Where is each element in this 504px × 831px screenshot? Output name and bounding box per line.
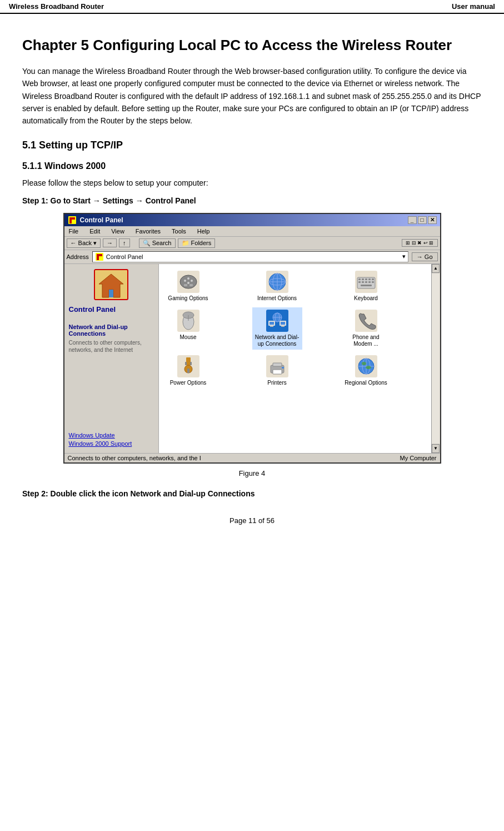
toolbar-extra[interactable]: ⊞ ⊟ ✖ ↩ ⊞ xyxy=(402,239,437,247)
step1-text: Step 1: Go to Start → Settings → Control… xyxy=(22,195,482,207)
chapter-title: Chapter 5 Configuring Local PC to Access… xyxy=(22,36,482,55)
sidebar-title: Control Panel xyxy=(69,305,154,314)
internet-options-img xyxy=(266,271,288,293)
control-panel-window: Control Panel _ □ ✕ File Edit View Favor… xyxy=(63,213,441,464)
svg-rect-30 xyxy=(372,278,374,280)
menu-edit[interactable]: Edit xyxy=(87,227,102,235)
windows-update-link[interactable]: Windows Update xyxy=(69,432,154,439)
keyboard-icon[interactable]: Keyboard xyxy=(341,268,391,304)
svg-point-13 xyxy=(187,277,189,280)
svg-rect-6 xyxy=(97,254,102,256)
keyboard-img xyxy=(355,271,377,293)
gaming-svg xyxy=(177,271,199,293)
phone-modem-label: Phone and Modem ... xyxy=(343,334,389,347)
sidebar-bottom-links: Windows Update Windows 2000 Support xyxy=(69,432,154,449)
svg-rect-43 xyxy=(270,322,274,325)
printers-icon[interactable]: Printers xyxy=(252,353,302,389)
mouse-svg xyxy=(177,310,199,332)
go-button[interactable]: → Go xyxy=(412,252,438,261)
gaming-options-icon[interactable]: Gaming Options xyxy=(163,268,213,304)
scroll-down-btn[interactable]: ▼ xyxy=(432,444,440,453)
address-dropdown[interactable]: ▾ xyxy=(402,253,406,260)
cp-close-btn[interactable]: ✕ xyxy=(428,216,437,224)
svg-rect-47 xyxy=(281,326,285,327)
menu-file[interactable]: File xyxy=(67,227,81,235)
up-button[interactable]: ↑ xyxy=(119,238,130,247)
back-button[interactable]: ← Back ▾ xyxy=(67,238,101,248)
svg-rect-17 xyxy=(189,284,193,286)
svg-rect-46 xyxy=(281,322,285,325)
header-left: Wireless Broadband Router xyxy=(9,2,104,11)
svg-rect-32 xyxy=(362,281,364,283)
svg-rect-1 xyxy=(69,220,72,223)
svg-rect-2 xyxy=(69,217,75,220)
regional-options-icon[interactable]: Regional Options xyxy=(341,353,391,389)
power-svg xyxy=(177,355,199,377)
statusbar-right: My Computer xyxy=(400,455,436,461)
svg-rect-57 xyxy=(190,362,192,365)
menu-tools[interactable]: Tools xyxy=(169,227,188,235)
step2-text: Step 2: Double click the icon Network an… xyxy=(22,487,482,500)
cp-menubar: File Edit View Favorites Tools Help xyxy=(64,226,440,237)
menu-view[interactable]: View xyxy=(109,227,127,235)
svg-rect-44 xyxy=(270,326,273,327)
page-header: Wireless Broadband Router User manual xyxy=(0,0,504,14)
network-dialup-label: Network and Dial-up Connections xyxy=(255,334,300,347)
internet-options-icon[interactable]: Internet Options xyxy=(252,268,302,304)
printers-img xyxy=(266,355,288,377)
cp-icons-area: Gaming Options Internet xyxy=(159,264,431,453)
network-link-label[interactable]: Network and Dial-up Connections xyxy=(69,324,154,337)
network-svg xyxy=(266,310,288,332)
power-options-icon[interactable]: Power Options xyxy=(163,353,213,389)
svg-point-12 xyxy=(184,280,186,282)
svg-rect-56 xyxy=(185,362,187,365)
cp-scrollbar[interactable]: ▲ ▼ xyxy=(431,264,440,453)
search-button[interactable]: 🔍 Search xyxy=(139,238,176,248)
cp-titlebar-buttons: _ □ ✕ xyxy=(408,216,437,224)
regional-options-label: Regional Options xyxy=(345,380,387,386)
scroll-track[interactable] xyxy=(432,273,440,444)
svg-rect-55 xyxy=(187,369,189,373)
svg-rect-28 xyxy=(365,278,367,280)
cp-sidebar: Control Panel Network and Dial-up Connec… xyxy=(64,264,159,453)
keyboard-svg xyxy=(355,271,377,293)
address-field[interactable]: Control Panel ▾ xyxy=(92,251,408,262)
svg-rect-31 xyxy=(358,281,361,283)
svg-rect-61 xyxy=(273,370,282,374)
svg-rect-29 xyxy=(368,278,371,280)
svg-point-14 xyxy=(191,280,193,282)
cp-minimize-btn[interactable]: _ xyxy=(408,216,417,224)
subsection-title: 5.1.1 Windows 2000 xyxy=(22,161,482,171)
address-icon xyxy=(95,252,104,261)
cp-maximize-btn[interactable]: □ xyxy=(418,216,427,224)
cp-titlebar-title: Control Panel xyxy=(68,216,123,225)
svg-rect-34 xyxy=(368,281,371,283)
menu-help[interactable]: Help xyxy=(195,227,212,235)
cp-body: Control Panel Network and Dial-up Connec… xyxy=(64,264,440,453)
forward-button[interactable]: → xyxy=(103,238,117,247)
svg-point-68 xyxy=(362,362,366,365)
address-value: Control Panel xyxy=(106,253,143,260)
sidebar-links: Network and Dial-up Connections Connects… xyxy=(69,324,154,358)
chapter-body: You can manage the Wireless Broadband Ro… xyxy=(22,65,482,127)
internet-svg xyxy=(266,271,288,293)
folders-button[interactable]: 📁 Folders xyxy=(178,238,216,248)
svg-rect-36 xyxy=(361,285,372,286)
keyboard-label: Keyboard xyxy=(354,295,378,302)
mouse-icon[interactable]: Mouse xyxy=(163,307,213,350)
windows-support-link[interactable]: Windows 2000 Support xyxy=(69,440,154,447)
page-number: Page 11 of 56 xyxy=(22,516,482,525)
regional-options-img xyxy=(355,355,377,377)
svg-rect-33 xyxy=(365,281,367,283)
phone-modem-icon[interactable]: Phone and Modem ... xyxy=(341,307,391,350)
cp-toolbar: ← Back ▾ → ↑ 🔍 Search 📁 Folders ⊞ ⊟ ✖ ↩ … xyxy=(64,237,440,250)
svg-rect-5 xyxy=(97,256,99,260)
svg-rect-9 xyxy=(109,290,113,297)
scroll-up-btn[interactable]: ▲ xyxy=(432,264,440,273)
svg-point-15 xyxy=(187,282,189,284)
menu-favorites[interactable]: Favorites xyxy=(133,227,163,235)
address-label: Address xyxy=(67,253,89,260)
network-dialup-img xyxy=(266,310,288,332)
network-dialup-icon[interactable]: Network and Dial-up Connections xyxy=(252,307,302,350)
printers-svg xyxy=(266,355,288,377)
